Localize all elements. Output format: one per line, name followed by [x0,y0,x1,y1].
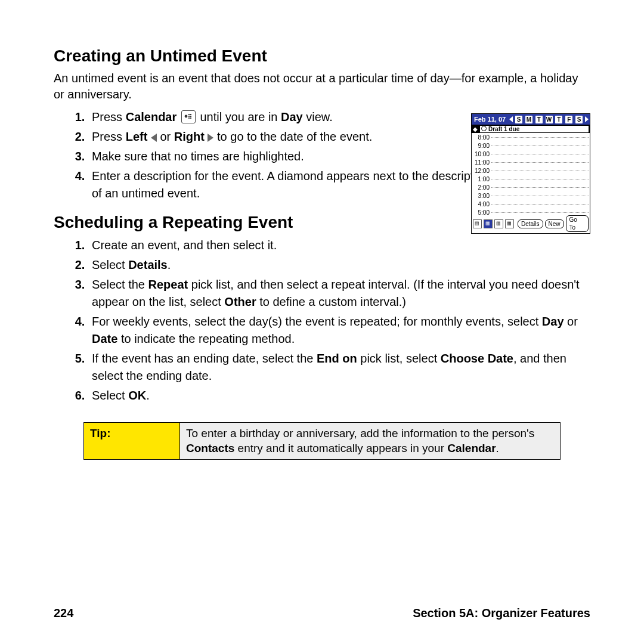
right-arrow-icon [208,134,213,142]
rstep-2: Select Details. [88,256,590,274]
device-next-icon [585,116,589,122]
device-prev-icon [509,116,513,122]
step-2: Press Left or Right to go to the date of… [88,128,494,145]
tip-body: To enter a birthday or anniversary, add … [180,423,560,459]
device-agenda-view-icon: ▤ [473,219,482,228]
rstep-4: For weekly events, select the day(s) the… [88,313,590,348]
page-number: 224 [54,606,73,620]
step-1: Press Calendar until you are in Day view… [88,109,494,126]
svg-rect-4 [190,116,191,117]
device-new-button: New [545,219,564,228]
device-week-view-icon: ▥ [494,219,503,228]
device-untimed-row: ◆ Draft 1 due [472,125,590,133]
device-hours: 8:00 9:00 10:00 11:00 12:00 1:00 2:00 3:… [472,133,590,216]
steps-untimed-event: Press Calendar until you are in Day view… [54,109,494,202]
left-arrow-icon [151,134,157,142]
heading-untimed-event: Creating an Untimed Event [54,47,590,66]
device-day-view-icon: ▦ [484,219,493,228]
step-3: Make sure that no times are highlighted. [88,148,494,165]
step-4: Enter a description for the event. A dia… [88,168,494,202]
device-goto-button: Go To [566,215,589,232]
tip-label: Tip: [84,423,180,459]
rstep-6: Select OK. [88,387,590,404]
calendar-button-icon [181,110,196,123]
tip-box: Tip: To enter a birthday or anniversary,… [83,422,561,460]
calendar-day-view-screenshot: Feb 11, 07 S M T W T F S ◆ Draft 1 due 8… [471,113,590,234]
rstep-1: Create an event, and then select it. [88,237,590,254]
svg-rect-2 [190,114,191,115]
device-header: Feb 11, 07 S M T W T F S [472,114,590,125]
device-month-view-icon: ▦ [505,219,514,228]
rstep-5: If the event has an ending date, select … [88,350,590,385]
svg-rect-6 [190,117,191,119]
intro-paragraph: An untimed event is an event that does n… [54,70,590,103]
rstep-3: Select the Repeat pick list, and then se… [88,276,590,311]
steps-repeating-event: Create an event, and then select it. Sel… [54,237,590,404]
device-date: Feb 11, 07 [472,116,508,123]
svg-point-0 [184,114,187,117]
section-title: Section 5A: Organizer Features [413,606,590,620]
diamond-icon: ◆ [473,126,478,132]
page-footer: 224 Section 5A: Organizer Features [54,606,590,620]
device-week-days: S M T W T F S [515,116,583,123]
svg-rect-1 [188,114,190,115]
ring-icon [481,126,487,131]
svg-rect-5 [188,117,190,119]
svg-rect-3 [188,116,190,117]
device-details-button: Details [518,219,543,228]
device-footer: ▤ ▦ ▥ ▦ Details New Go To [473,215,589,232]
